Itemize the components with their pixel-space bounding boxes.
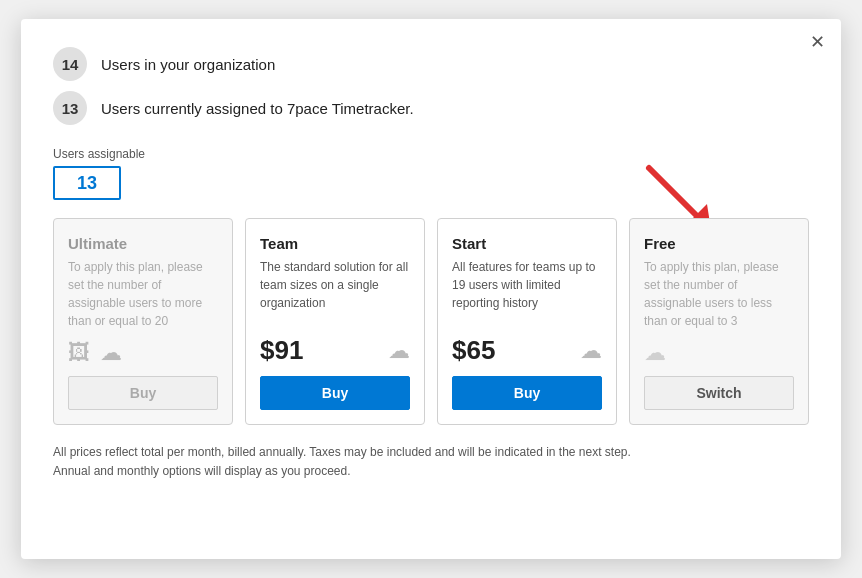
plan-card-start: StartAll features for teams up to 19 use… <box>437 218 617 425</box>
close-button[interactable]: ✕ <box>810 33 825 51</box>
plan-desc-ultimate: To apply this plan, please set the numbe… <box>68 258 218 330</box>
plan-desc-start: All features for teams up to 19 users wi… <box>452 258 602 325</box>
cloud-icon-start: ☁ <box>580 338 602 364</box>
pricing-dialog: ✕ 14 Users in your organization 13 Users… <box>21 19 841 559</box>
plan-name-free: Free <box>644 235 794 252</box>
assignable-label: Users assignable <box>53 147 809 161</box>
assignable-input[interactable] <box>53 166 121 200</box>
plan-name-ultimate: Ultimate <box>68 235 218 252</box>
plan-btn-ultimate: Buy <box>68 376 218 410</box>
plans-wrapper: UltimateTo apply this plan, please set t… <box>53 218 809 425</box>
plan-btn-start[interactable]: Buy <box>452 376 602 410</box>
icon-row-ultimate: 🖼☁ <box>68 340 218 366</box>
monitor-icon: 🖼 <box>68 340 90 366</box>
plan-price-team: $91 <box>260 335 303 366</box>
plan-price-row-start: $65☁ <box>452 335 602 366</box>
users-org-badge: 14 <box>53 47 87 81</box>
users-assigned-badge: 13 <box>53 91 87 125</box>
plan-card-free: FreeTo apply this plan, please set the n… <box>629 218 809 425</box>
cloud-icon-team: ☁ <box>388 338 410 364</box>
plan-card-team: TeamThe standard solution for all team s… <box>245 218 425 425</box>
cloud-icon-ultimate: ☁ <box>100 340 122 366</box>
plan-price-row-team: $91☁ <box>260 335 410 366</box>
icon-row-free: ☁ <box>644 340 794 366</box>
plan-btn-free[interactable]: Switch <box>644 376 794 410</box>
plans-row: UltimateTo apply this plan, please set t… <box>53 218 809 425</box>
users-assigned-text: Users currently assigned to 7pace Timetr… <box>101 100 414 117</box>
plan-desc-free: To apply this plan, please set the numbe… <box>644 258 794 330</box>
plan-name-team: Team <box>260 235 410 252</box>
users-assigned-row: 13 Users currently assigned to 7pace Tim… <box>53 91 809 125</box>
plan-desc-team: The standard solution for all team sizes… <box>260 258 410 325</box>
plan-card-ultimate: UltimateTo apply this plan, please set t… <box>53 218 233 425</box>
cloud-icon-free: ☁ <box>644 340 666 366</box>
plan-btn-team[interactable]: Buy <box>260 376 410 410</box>
users-org-row: 14 Users in your organization <box>53 47 809 81</box>
plan-name-start: Start <box>452 235 602 252</box>
plan-price-start: $65 <box>452 335 495 366</box>
users-org-text: Users in your organization <box>101 56 275 73</box>
assignable-section: Users assignable <box>53 147 809 200</box>
footer-text: All prices reflect total per month, bill… <box>53 443 809 481</box>
